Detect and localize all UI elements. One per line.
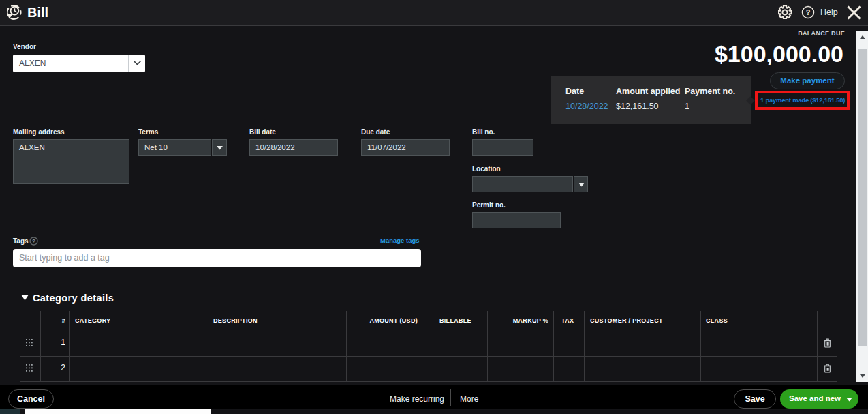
- svg-text:?: ?: [32, 238, 35, 245]
- svg-text:?: ?: [806, 8, 811, 16]
